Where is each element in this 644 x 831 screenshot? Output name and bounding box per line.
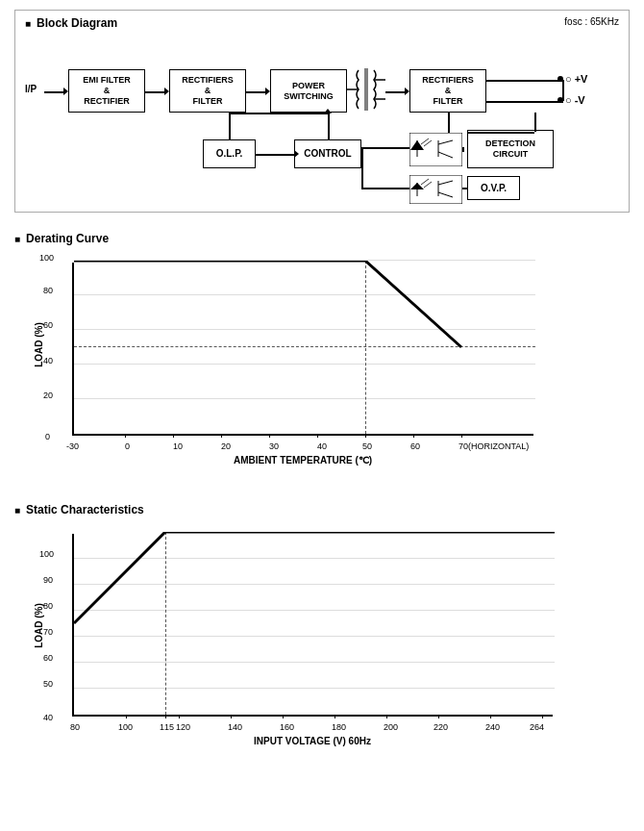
rect2-box: RECTIFIERS&FILTER [409,69,486,113]
sx-tick-264: 264 [530,722,544,732]
sy-tick-80: 80 [43,601,53,611]
fosc-label: fosc : 65KHz [564,16,619,27]
x-tickmark-50 [365,434,366,438]
sx-tick-180: 180 [332,722,346,732]
x-tick-20: 20 [221,441,231,451]
ovp-box: O.V.P. [467,176,520,200]
line-olp-power [229,113,328,114]
ip-label: I/P [25,84,37,94]
derating-chart-area: 0 20 40 60 80 100 -30 0 10 20 30 40 [72,263,533,436]
line-rect2-out2 [486,101,563,103]
derating-x-axis-label: AMBIENT TEMPERATURE (℃) [72,455,533,466]
line-down-det [534,113,536,132]
line-olp-up [229,113,231,139]
transformer-symbol [347,61,385,123]
x-tickmark-40 [317,434,318,438]
output-dot-neg [557,97,563,103]
y-tick-80: 80 [43,286,53,295]
sx-tick-240: 240 [485,722,500,732]
emi-box: EMI FILTER&RECTIFIER [68,69,145,113]
sx-tick-100: 100 [118,722,133,732]
x-tickmark-0 [125,434,126,438]
output-pos-label: ○ +V [565,73,587,85]
x-tickmark-20 [221,434,222,438]
rect1-box: RECTIFIERS&FILTER [169,69,246,113]
line-control-opto [361,147,409,149]
sy-tick-100: 100 [39,549,54,559]
power-box: POWERSWITCHING [270,69,347,113]
static-curve-svg [74,532,555,715]
x-tickmark-30 [269,434,270,438]
derating-curve-title: Derating Curve [14,232,630,245]
line-olp-control [256,154,294,156]
line-rect2-out [486,80,563,82]
opto2-symbol [409,175,462,204]
opto1-symbol [409,133,462,166]
detection-box: DETECTIONCIRCUIT [467,130,554,168]
sy-tick-50: 50 [43,679,53,689]
sx-tick-115: 115 [160,722,174,732]
sx-tick-120: 120 [176,722,190,732]
sy-tick-40: 40 [43,713,53,722]
output-neg-label: ○ -V [565,94,585,106]
x-tickmark-60 [413,434,414,438]
sx-tick-220: 220 [433,722,448,732]
line-horiz-det [467,132,534,134]
sx-tick-160: 160 [280,722,294,732]
output-dot-pos [557,76,563,82]
x-tick-horiz: (HORIZONTAL) [468,441,529,451]
x-tick-10: 10 [173,441,183,451]
olp-box: O.L.P. [203,139,256,168]
sx-tick-200: 200 [384,722,398,732]
y-tick-40: 40 [43,356,53,365]
static-characteristics-section: Static Characteristics LOAD (%) 40 50 60… [14,503,630,755]
derating-curve-svg [74,261,535,434]
x-tick-40: 40 [317,441,327,451]
line-det-control [462,147,464,152]
sx-tick-140: 140 [228,722,242,732]
sy-tick-60: 60 [43,653,53,663]
x-tick-0: 0 [125,441,130,451]
y-tick-100: 100 [39,253,54,263]
sy-tick-70: 70 [43,627,53,637]
x-tick-70: 70 [458,441,468,451]
y-tick-60: 60 [43,320,53,330]
line-rect1-power [246,91,265,93]
derating-curve-section: Derating Curve LOAD (%) 0 20 40 60 80 10… [14,232,630,474]
line-emi-rect1 [145,91,164,93]
y-tick-0: 0 [45,432,50,441]
sy-tick-90: 90 [43,575,53,585]
line-trans-rect2 [385,91,405,93]
block-diagram-title: Block Diagram [25,16,619,30]
x-tick-30: 30 [269,441,279,451]
line-control-vert [361,147,363,188]
x-tickmark-70 [461,434,462,438]
control-box: CONTROL [294,139,361,168]
line-ip-emi [44,91,63,93]
block-diagram-section: Block Diagram fosc : 65KHz I/P EMI FILTE… [14,10,630,213]
x-tick--30: -30 [66,441,79,451]
static-characteristics-title: Static Characteristics [14,503,630,516]
line-control-power [328,113,330,139]
static-chart-area: 40 50 60 70 80 90 100 80 100 115 [72,534,553,717]
line-control-opto2 [361,188,409,189]
y-tick-20: 20 [43,390,53,400]
line-ovp [462,188,467,189]
static-x-axis-label: INPUT VOLTAGE (V) 60Hz [72,736,553,746]
x-tick-50: 50 [362,441,372,451]
x-tick-60: 60 [410,441,420,451]
sx-tick-80: 80 [70,722,80,732]
x-tickmark-10 [173,434,174,438]
block-diagram: I/P EMI FILTER&RECTIFIER RECTIFIERS&FILT… [25,34,621,202]
